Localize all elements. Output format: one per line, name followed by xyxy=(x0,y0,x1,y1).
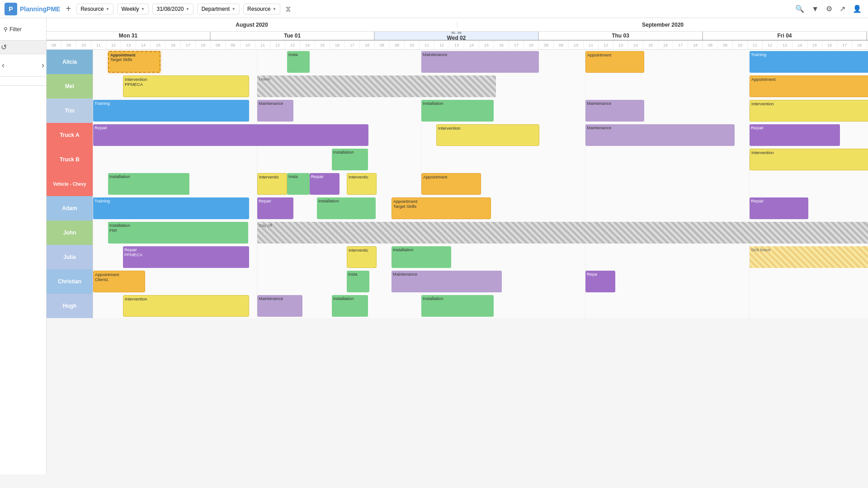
day-header-tue01: Tue 01 xyxy=(211,32,375,40)
event-training-alicia[interactable]: Training xyxy=(750,51,868,73)
event-appointment-target[interactable]: Appointment Target Skills xyxy=(108,51,160,73)
event-maintenance-alicia[interactable]: Maintenance xyxy=(421,51,539,73)
event-intervention-vehicle-tue[interactable]: Interventic xyxy=(257,173,287,195)
event-installation-truck-b-tue[interactable]: Installation xyxy=(332,149,368,170)
event-label: Interventic xyxy=(259,174,285,179)
event-insta-vehicle-tue[interactable]: Insta xyxy=(287,173,310,195)
search-button[interactable]: 🔍 xyxy=(793,3,806,15)
event-insta-alicia[interactable]: Insta xyxy=(287,51,310,73)
event-installation-tim-wed[interactable]: Installation xyxy=(421,100,494,122)
event-repair-vehicle-tue[interactable]: Repair xyxy=(310,173,340,195)
event-label: Maintenance xyxy=(587,125,733,130)
event-maintenance-christian-wed[interactable]: Maintenance xyxy=(392,271,502,292)
row-tim-1: Tim Training Maintenance Installation xyxy=(47,99,868,123)
resource-dropdown[interactable]: Resource ▼ xyxy=(76,4,113,14)
event-intervention-tim-fri[interactable]: Intervention xyxy=(750,100,868,122)
hr-fri-09: 09 xyxy=(718,41,733,49)
hr-wed-09: 09 xyxy=(390,41,405,49)
event-repair-adam-fri[interactable]: Repair xyxy=(750,197,808,219)
event-installation-hugh-wed[interactable]: Installation xyxy=(421,295,494,317)
event-intervention-julia-tue[interactable]: Interventic xyxy=(347,246,377,268)
event-appointment-alicia-thu[interactable]: Appointment xyxy=(585,51,644,73)
department-dropdown-arrow: ▼ xyxy=(231,7,236,11)
event-maintenance-truck-a[interactable]: Maintenance xyxy=(585,124,735,146)
event-installation-adam-tue[interactable]: Installation xyxy=(317,197,376,219)
event-appointment-vehicle-wed[interactable]: Appointment xyxy=(421,173,481,195)
event-installation-fmi-john[interactable]: Installation FMI xyxy=(108,222,248,244)
event-insta-christian-tue[interactable]: Insta xyxy=(347,271,369,292)
add-button[interactable]: + xyxy=(64,4,73,14)
department-dropdown[interactable]: Department ▼ xyxy=(197,4,240,14)
label-julia: Julia xyxy=(47,245,93,269)
label-adam: Adam xyxy=(47,196,93,221)
event-repair-truck-a[interactable]: Repair xyxy=(93,124,368,146)
weekly-dropdown[interactable]: Weekly ▼ xyxy=(117,4,149,14)
sidebar-header: ⚲ Filter xyxy=(0,18,46,41)
settings-button[interactable]: ⚙ xyxy=(824,3,834,15)
row-truck-a: Truck A Repair Intervention Maintenance xyxy=(47,123,868,147)
nav-prev[interactable]: ‹ xyxy=(2,61,5,70)
resource2-dropdown[interactable]: Resource ▼ xyxy=(243,4,280,14)
sidebar: ⚲ Filter ↺ ‹ › xyxy=(0,18,47,474)
nav-next[interactable]: › xyxy=(42,61,44,70)
event-maintenance-hugh-tue[interactable]: Maintenance xyxy=(257,295,302,317)
logo-icon: P xyxy=(5,3,17,15)
event-repair-adam-tue[interactable]: Repair xyxy=(257,197,293,219)
resource-label: Resource xyxy=(80,6,104,12)
hr-wed-13: 13 xyxy=(449,41,464,49)
event-dayoff-john[interactable]: Day off xyxy=(257,222,868,244)
event-label: Interventic xyxy=(349,248,375,253)
hr-wed-16: 16 xyxy=(494,41,509,49)
refresh-button[interactable]: ↺ xyxy=(1,43,7,52)
event-label: Installation xyxy=(333,150,367,155)
event-label: Day off xyxy=(259,223,868,228)
hr-wed-14: 14 xyxy=(464,41,479,49)
filter-icon-btn[interactable]: ⧖ xyxy=(284,3,292,15)
hr-tue-10: 10 xyxy=(241,41,255,49)
event-appointment-target-adam[interactable]: Appointment Target Skills xyxy=(392,197,491,219)
hr-mon-13: 13 xyxy=(121,41,136,49)
event-label: Installation xyxy=(393,247,450,252)
event-training-tim[interactable]: Training xyxy=(93,100,249,122)
event-training-adam[interactable]: Training xyxy=(93,197,249,219)
weekly-dropdown-arrow: ▼ xyxy=(141,7,145,11)
hr-tue-08: 08 xyxy=(211,41,226,49)
filter-button[interactable]: ⚲ Filter xyxy=(4,26,22,33)
event-label: Appointment xyxy=(393,199,489,204)
event-intervention-hugh-mon[interactable]: Intervention xyxy=(123,295,249,317)
date-dropdown[interactable]: 31/08/2020 ▼ xyxy=(152,4,193,14)
event-repair-ppmeca-julia[interactable]: Repair PPMECA xyxy=(123,246,249,268)
event-maintenance-tim-thu[interactable]: Maintenance xyxy=(585,100,644,122)
event-maintenance-tim-tue[interactable]: Maintenance xyxy=(257,100,293,122)
event-intervention-truck-a[interactable]: Intervention xyxy=(436,124,539,146)
event-intervention-truck-b-fri[interactable]: Intervention xyxy=(750,149,868,170)
user-button[interactable]: 👤 xyxy=(851,3,863,15)
hr-thu-18: 18 xyxy=(688,41,703,49)
event-label: Appointment xyxy=(587,52,642,57)
event-installation-vehicle-mon[interactable]: Installation xyxy=(108,173,189,195)
hr-thu-13: 13 xyxy=(613,41,628,49)
filter-down-button[interactable]: ▼ xyxy=(810,3,821,15)
august-label: August 2020 xyxy=(47,22,458,28)
hr-mon-12: 12 xyxy=(106,41,121,49)
event-label: Sick leave xyxy=(751,247,868,252)
event-intervention-mel[interactable]: Intervention PPMECA xyxy=(123,75,249,97)
event-leave-mel[interactable]: Leave xyxy=(257,75,496,97)
hr-mon-11: 11 xyxy=(91,41,106,49)
event-installation-julia-wed[interactable]: Installation xyxy=(392,246,451,268)
share-button[interactable]: ↗ xyxy=(838,3,847,15)
september-label: September 2020 xyxy=(458,22,868,28)
event-sublabel: PPMECA xyxy=(124,252,248,257)
hr-wed-18: 18 xyxy=(524,41,539,49)
hr-fri-13: 13 xyxy=(778,41,793,49)
event-repair-christian-thu[interactable]: Repa xyxy=(585,271,615,292)
event-installation-hugh-tue[interactable]: Installation xyxy=(332,295,368,317)
event-sickleave-julia[interactable]: Sick leave xyxy=(750,246,868,268)
event-intervention-vehicle-tue2[interactable]: Interventic xyxy=(347,173,377,195)
event-appointment-client1-christian[interactable]: Appointment Client1 xyxy=(93,271,145,292)
day-header-mon31: Mon 31 xyxy=(47,32,211,40)
event-appointment-mel[interactable]: Appointment xyxy=(750,75,868,97)
resource2-label: Resource xyxy=(247,6,270,12)
event-label: Intervention xyxy=(125,77,247,82)
event-repair-truck-a-fri[interactable]: Repair xyxy=(750,124,840,146)
